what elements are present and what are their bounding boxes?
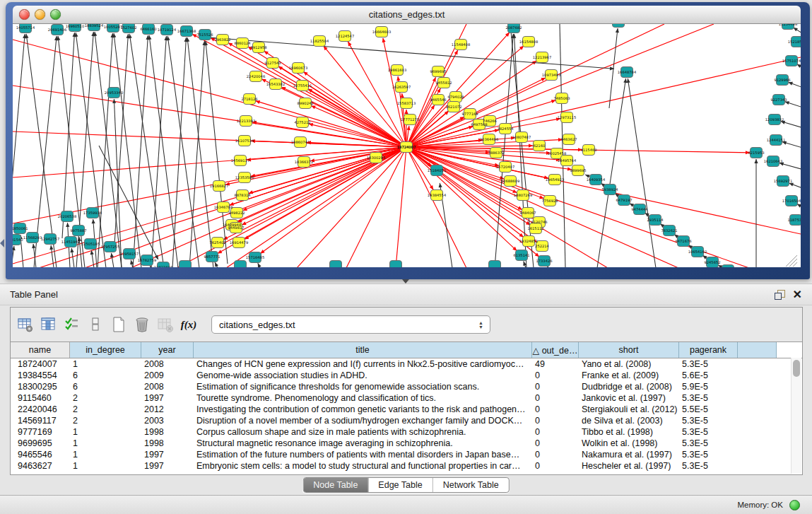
column-header-name[interactable]: name xyxy=(11,342,70,358)
graph-node-label: 8471676 xyxy=(675,239,691,243)
table-row[interactable]: 946362711997Embryonic stem cells: a mode… xyxy=(11,460,802,472)
tab-node-table[interactable]: Node Table xyxy=(303,478,368,492)
cell-pagerank: 5.3E-5 xyxy=(679,438,738,449)
graph-node-label: 6794028 xyxy=(447,95,464,99)
table-row[interactable]: 946554611997Estimation of the future num… xyxy=(11,449,802,460)
table-options-button[interactable] xyxy=(15,314,36,335)
graph-node-label: 9474444 xyxy=(631,207,648,211)
table-row[interactable]: 1872400712008Changes of HCN gene express… xyxy=(11,358,802,370)
graph-node[interactable] xyxy=(235,261,247,268)
column-header-year[interactable]: year xyxy=(141,342,194,358)
graph-node-label: 62160 xyxy=(534,144,546,148)
graph-node-label: 12124547 xyxy=(336,34,354,38)
cell-title: Embryonic stem cells: a model to study s… xyxy=(194,460,532,472)
memory-ok-icon[interactable] xyxy=(789,500,800,510)
table-row[interactable]: 1938455462009Genome-wide association stu… xyxy=(11,370,802,381)
vertical-scrollbar[interactable] xyxy=(791,358,801,474)
graph-node-label: 12973115 xyxy=(558,115,576,119)
tab-network-table[interactable]: Network Table xyxy=(433,478,509,492)
graph-node-label: 12942757 xyxy=(41,237,59,241)
table-row[interactable]: 911546021997Tourette syndrome. Phenomeno… xyxy=(11,392,802,404)
graph-node[interactable] xyxy=(722,265,734,268)
cell-short: Nakamura et al. (1997) xyxy=(579,449,679,460)
table-row[interactable]: 2242004622012Investigating the contribut… xyxy=(11,404,802,415)
graph-node-label: 20953340 xyxy=(105,90,123,95)
cell-name: 9465546 xyxy=(11,449,70,460)
cell-year: 2012 xyxy=(141,404,194,415)
scrollbar-thumb[interactable] xyxy=(793,360,800,377)
delete-table-button[interactable] xyxy=(131,314,153,335)
table-toolbar: f(x) citations_edges.txt ▲▼ xyxy=(11,308,802,341)
table-row[interactable]: 1456911722003Disruption of a novel membe… xyxy=(11,415,802,426)
graph-node-label: 5938924 xyxy=(601,187,618,192)
graph-node-label: 12213967 xyxy=(533,55,551,59)
float-panel-icon[interactable] xyxy=(775,290,784,300)
cell-pagerank: 5.3E-5 xyxy=(679,358,738,370)
table-row[interactable]: 969969511998Structural magnetic resonanc… xyxy=(11,438,802,449)
graph-node[interactable] xyxy=(180,261,192,268)
column-header-in_degree[interactable]: in_degree xyxy=(70,342,141,358)
cell-△ out_de…: 0 xyxy=(532,392,579,404)
function-builder-button[interactable]: f(x) xyxy=(178,314,199,335)
graph-node-label: 16107534 xyxy=(235,139,254,143)
network-canvas[interactable]: 1405571420691406169605101883952410055287… xyxy=(13,24,801,267)
column-header-pagerank[interactable]: pagerank xyxy=(679,342,738,358)
table-row[interactable]: 977716911998Corpus callosum shape and si… xyxy=(11,426,802,438)
row-height-button[interactable] xyxy=(85,314,106,335)
table-tabs: Node TableEdge TableNetwork Table xyxy=(302,477,509,493)
network-window-titlebar[interactable]: citations_edges.txt xyxy=(13,6,801,24)
left-splitter-arrow-icon[interactable] xyxy=(0,239,4,247)
tab-edge-table[interactable]: Edge Table xyxy=(368,478,433,492)
graph-node-label: 12755411 xyxy=(293,83,312,88)
table-row[interactable]: 1830029562008Estimation of significance … xyxy=(11,381,802,392)
cell-name: 19384554 xyxy=(11,370,70,381)
graph-node-label: 7756928 xyxy=(541,199,558,203)
graph-node-label: 18839524 xyxy=(85,24,104,28)
table-selector-dropdown[interactable]: citations_edges.txt ▲▼ xyxy=(211,315,490,334)
cell-title: Tourette syndrome. Phenomenology and cla… xyxy=(194,392,532,404)
column-header-△ out_de…[interactable]: △ out_de… xyxy=(532,342,579,358)
delete-columns-button[interactable] xyxy=(155,314,176,335)
cell-title: Disruption of a novel member of a sodium… xyxy=(194,415,532,426)
graph-node-label: 15218506 xyxy=(788,40,801,44)
column-header-short[interactable]: short xyxy=(579,342,679,358)
graph-node-label: 10025458 xyxy=(548,151,566,156)
graph-node[interactable] xyxy=(489,261,501,268)
graph-node-label: 6466160 xyxy=(140,27,156,31)
create-table-button[interactable] xyxy=(108,314,129,335)
close-panel-icon[interactable]: ✕ xyxy=(793,290,802,300)
cell-short: Stergiakouli et al. (2012) xyxy=(579,404,679,415)
graph-node-label: 9463627 xyxy=(560,137,577,141)
graph-node-label: 9227343 xyxy=(770,98,787,102)
cell-title: Genome-wide association studies in ADHD. xyxy=(194,370,532,381)
graph-node-label: 14055714 xyxy=(16,25,35,30)
select-columns-button[interactable] xyxy=(61,314,83,335)
graph-node-label: 12093832 xyxy=(765,117,784,122)
graph-node[interactable] xyxy=(330,261,342,268)
cell-short: Jankovic et al. (1997) xyxy=(579,392,679,404)
cell-name: 9463627 xyxy=(11,460,70,472)
cell-name: 9115460 xyxy=(11,392,70,404)
graph-node-label: 9699695 xyxy=(430,69,446,74)
graph-node-label: 18366372 xyxy=(295,160,313,164)
column-header-title[interactable]: title xyxy=(194,342,532,358)
graph-node-label: 12213393 xyxy=(237,119,255,123)
show-columns-button[interactable] xyxy=(38,314,59,335)
graph-node-label: 19861603 xyxy=(388,68,406,72)
graph-node[interactable] xyxy=(613,24,625,28)
graph-node-label: 9449817 xyxy=(228,226,244,230)
cell-short: Dudbridge et al. (2008) xyxy=(579,381,679,392)
graph-node-label: 8215953 xyxy=(748,151,764,155)
graph-node[interactable] xyxy=(390,261,402,268)
cell-in_degree: 6 xyxy=(70,381,141,392)
graph-node-label: 16671368 xyxy=(177,29,196,33)
cell-pagerank: 5.3E-5 xyxy=(679,426,738,438)
cell-△ out_de…: 0 xyxy=(532,460,579,472)
graph-node-label: 6135141 xyxy=(513,253,529,257)
cell-year: 1997 xyxy=(141,460,194,472)
cell-name: 22420046 xyxy=(11,404,70,415)
cell-△ out_de…: 0 xyxy=(532,426,579,438)
column-header-blank[interactable] xyxy=(738,342,777,358)
cell-name: 9777169 xyxy=(11,426,70,438)
cell-△ out_de…: 0 xyxy=(532,415,579,426)
